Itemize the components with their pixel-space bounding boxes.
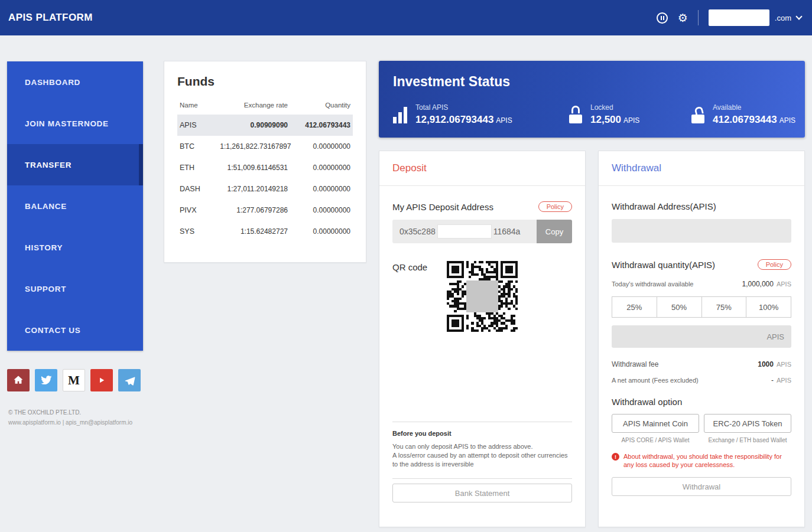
- withdrawal-submit-button[interactable]: Withdrawal: [612, 477, 791, 496]
- erc20-apis-token-button[interactable]: ERC-20 APIS Token: [704, 414, 791, 433]
- net-amount-label: A net amount (Fees excluded): [612, 377, 699, 384]
- stat-total-apis: Total APIS 12,912.06793443APIS: [393, 103, 512, 126]
- coin-name: APIS: [180, 121, 222, 129]
- stat-available: Available 412.06793443APIS: [691, 103, 795, 126]
- percent-50-button[interactable]: 50%: [657, 296, 702, 318]
- sidebar-item-history[interactable]: HISTORY: [7, 227, 143, 268]
- copy-address-button[interactable]: Copy: [537, 220, 572, 243]
- coin-quantity: 0.00000000: [288, 185, 350, 193]
- coin-quantity: 0.00000000: [288, 164, 350, 172]
- deposit-address-label: My APIS Deposit Address: [392, 202, 493, 212]
- funds-table: Name Exchange rate Quantity APIS 0.90909…: [177, 97, 353, 242]
- account-dropdown[interactable]: .com: [709, 9, 801, 26]
- percent-100-button[interactable]: 100%: [746, 296, 791, 318]
- funds-row-dash[interactable]: DASH 1:27,011.20149218 0.00000000: [177, 178, 353, 200]
- withdrawal-panel: Withdrawal Withdrawal Address(APIS) With…: [598, 151, 805, 527]
- coin-rate: 1:1,261,822.73167897: [220, 142, 291, 151]
- top-bar-actions: ⚙ .com: [657, 9, 801, 26]
- stat-label: Available: [713, 103, 795, 112]
- bank-statement-button[interactable]: Bank Statement: [392, 484, 572, 502]
- coin-name: ETH: [180, 164, 222, 172]
- top-bar: APIS PLATFORM ⚙ .com: [0, 0, 812, 35]
- twitter-icon[interactable]: [35, 369, 57, 391]
- sidebar-item-balance[interactable]: BALANCE: [7, 185, 143, 227]
- coin-rate: 1:15.62482727: [222, 227, 288, 236]
- coin-quantity: 0.00000000: [288, 227, 350, 236]
- withdrawal-fee-label: Withdrawal fee: [612, 360, 658, 368]
- funds-row-pivx[interactable]: PIVX 1:277.06797286 0.00000000: [177, 200, 353, 221]
- sidebar-item-join-masternode[interactable]: JOIN MASTERNODE: [7, 103, 143, 144]
- available-today-label: Today's withdrawal available: [612, 280, 693, 288]
- lock-icon: [569, 106, 582, 123]
- funds-row-eth[interactable]: ETH 1:51,009.61146531 0.00000000: [177, 157, 353, 178]
- fee-unit: APIS: [777, 361, 791, 368]
- funds-row-sys[interactable]: SYS 1:15.62482727 0.00000000: [177, 221, 353, 242]
- sidebar-item-transfer[interactable]: TRANSFER: [7, 144, 143, 185]
- percent-75-button[interactable]: 75%: [701, 296, 747, 318]
- coin-name: BTC: [180, 142, 220, 151]
- stat-label: Total APIS: [415, 103, 512, 112]
- withdrawal-warning-text: About withdrawal, you should take the re…: [623, 452, 791, 469]
- copyright-text: © THE OXCHILD PTE.LTD.: [8, 409, 81, 416]
- address-suffix: 11684a: [493, 227, 521, 236]
- unlock-icon: [691, 106, 704, 123]
- stat-value: 12,912.06793443: [415, 114, 493, 125]
- withdrawal-quantity-label: Withdrawal quantity(APIS): [612, 260, 715, 270]
- stat-unit: APIS: [779, 116, 795, 125]
- coin-name: DASH: [180, 185, 222, 193]
- notice-line-2: A loss/error caused by an attempt to dep…: [392, 452, 568, 468]
- stat-unit: APIS: [496, 116, 512, 125]
- medium-icon[interactable]: M: [63, 369, 85, 391]
- account-domain: .com: [775, 14, 791, 22]
- deposit-panel: Deposit My APIS Deposit Address Policy 0…: [379, 151, 586, 527]
- deposit-policy-button[interactable]: Policy: [538, 201, 572, 212]
- youtube-icon[interactable]: [90, 369, 113, 391]
- pause-icon-bars: [661, 16, 662, 20]
- coin-name: SYS: [180, 227, 222, 236]
- col-name: Name: [180, 102, 222, 109]
- coin-rate: 1:277.06797286: [222, 206, 288, 214]
- stat-value: 412.06793443: [713, 114, 777, 125]
- brand-title: APIS PLATFORM: [8, 12, 93, 24]
- gear-icon[interactable]: ⚙: [678, 12, 688, 24]
- stat-label: Locked: [590, 103, 639, 112]
- percent-button-group: 25% 50% 75% 100%: [612, 296, 791, 318]
- apis-mainnet-coin-button[interactable]: APIS Mainnet Coin: [612, 414, 699, 433]
- chevron-down-icon: [795, 13, 802, 19]
- withdrawal-policy-button[interactable]: Policy: [758, 259, 791, 270]
- deposit-title: Deposit: [379, 151, 585, 186]
- withdrawal-title: Withdrawal: [599, 151, 804, 186]
- account-email-redacted: [709, 9, 769, 26]
- warning-icon: !: [612, 453, 619, 461]
- pause-icon[interactable]: [657, 12, 668, 24]
- col-exchange-rate: Exchange rate: [222, 102, 288, 109]
- coin-rate: 1:27,011.20149218: [222, 185, 288, 193]
- coin-quantity: 0.00000000: [291, 142, 350, 151]
- funds-row-apis[interactable]: APIS 0.90909090 412.06793443: [177, 115, 353, 136]
- contact-links[interactable]: www.apisplatform.io | apis_mn@apisplatfo…: [8, 419, 132, 426]
- withdrawal-amount-input[interactable]: APIS: [612, 325, 791, 348]
- social-links: M: [7, 369, 141, 391]
- percent-25-button[interactable]: 25%: [612, 296, 657, 318]
- amount-unit-suffix: APIS: [766, 332, 784, 341]
- withdrawal-option-label: Withdrawal option: [612, 397, 791, 407]
- deposit-address-field: 0x35c288 11684a Copy: [392, 220, 572, 243]
- withdrawal-option-buttons: APIS Mainnet Coin ERC-20 APIS Token: [612, 414, 791, 433]
- funds-table-header: Name Exchange rate Quantity: [177, 97, 353, 115]
- apis-platform-page: APIS PLATFORM ⚙ .com DASHBOARD JOIN MAST…: [0, 0, 812, 532]
- stat-value: 12,500: [590, 114, 621, 125]
- funds-card: Funds Name Exchange rate Quantity APIS 0…: [164, 61, 366, 263]
- net-amount-value: -: [771, 376, 774, 384]
- sidebar-item-support[interactable]: SUPPORT: [7, 268, 143, 309]
- withdrawal-fee-value: 1000: [758, 360, 774, 368]
- address-redacted-segment: [437, 224, 492, 239]
- funds-row-btc[interactable]: BTC 1:1,261,822.73167897 0.00000000: [177, 136, 353, 157]
- home-icon[interactable]: [7, 369, 30, 391]
- stat-unit: APIS: [623, 116, 639, 125]
- bar-chart-icon: [393, 107, 407, 123]
- sidebar-item-dashboard[interactable]: DASHBOARD: [7, 61, 143, 103]
- telegram-icon[interactable]: [118, 369, 141, 391]
- coin-quantity: 0.00000000: [288, 206, 350, 214]
- sidebar-item-contact-us[interactable]: CONTACT US: [7, 309, 143, 351]
- withdrawal-address-input[interactable]: [612, 219, 791, 243]
